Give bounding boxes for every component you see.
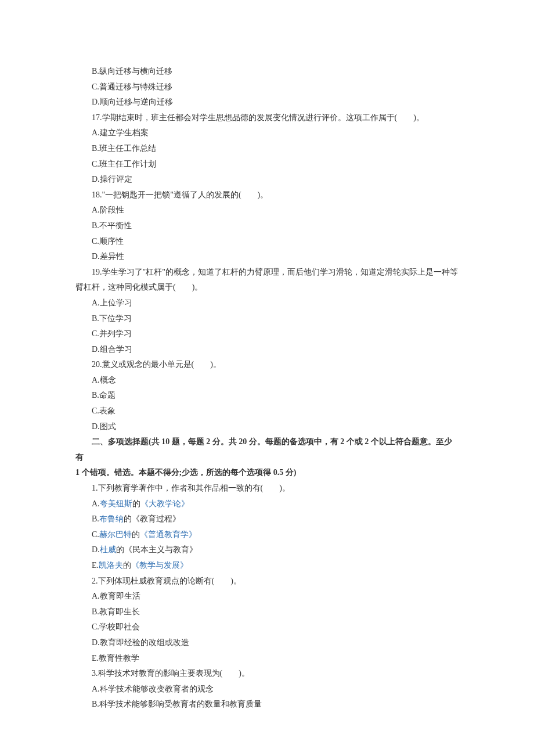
section2-title-line2: 1 个错项。错选。本题不得分;少选，所选的每个选项得 0.5 分) [75, 465, 459, 481]
m2-option-b: B.教育即生长 [75, 604, 459, 620]
page-content: B.纵向迁移与横向迁移 C.普通迁移与特殊迁移 D.顺向迁移与逆向迁移 17.学… [0, 0, 534, 756]
q17-stem: 17.学期结束时，班主任都会对学生思想品德的发展变化情况进行评价。这项工作属于(… [75, 110, 459, 126]
q18-stem: 18."一把钥匙开一把锁"遵循了人的发展的( )。 [75, 188, 459, 203]
q16-option-b: B.纵向迁移与横向迁移 [75, 64, 459, 80]
m1-d-link1[interactable]: 杜威 [100, 545, 116, 554]
q20-option-d: D.图式 [75, 419, 459, 435]
m1-a-prefix: A. [92, 499, 100, 508]
m1-b-mid: 的《教育过程》 [124, 514, 181, 523]
q20-option-a: A.概念 [75, 373, 459, 388]
m1-c-link2[interactable]: 《普通教育学》 [140, 530, 197, 539]
q19-option-c: C.并列学习 [75, 326, 459, 342]
m1-c-link1[interactable]: 赫尔巴特 [99, 530, 132, 539]
q18-option-b: B.不平衡性 [75, 218, 459, 234]
m1-stem: 1.下列教育学著作中，作者和其作品相一致的有( )。 [75, 481, 459, 496]
m1-e-link2[interactable]: 《教学与发展》 [131, 561, 188, 570]
m1-b-prefix: B. [92, 514, 99, 523]
m3-stem: 3.科学技术对教育的影响主要表现为( )。 [75, 666, 459, 682]
q16-option-d: D.顺向迁移与逆向迁移 [75, 95, 459, 110]
m1-c-prefix: C. [92, 530, 99, 539]
m1-d-prefix: D. [92, 545, 100, 554]
q20-option-b: B.命题 [75, 388, 459, 404]
section2-title-line1: 二、多项选择题(共 10 题，每题 2 分。共 20 分。每题的备选项中，有 2… [75, 434, 459, 465]
q19-option-a: A.上位学习 [75, 296, 459, 311]
m2-option-d: D.教育即经验的改组或改造 [75, 635, 459, 651]
m1-e-link1[interactable]: 凯洛夫 [99, 561, 123, 570]
q19-stem-line1: 19.学生学习了"杠杆"的概念，知道了杠杆的力臂原理，而后他们学习滑轮，知道定滑… [75, 265, 459, 280]
q17-option-b: B.班主任工作总结 [75, 141, 459, 157]
m1-option-a: A.夸美纽斯的《大教学论》 [75, 496, 459, 512]
m3-option-a: A.科学技术能够改变教育者的观念 [75, 682, 459, 697]
m1-a-link1[interactable]: 夸美纽斯 [100, 499, 132, 508]
m1-b-link1[interactable]: 布鲁纳 [99, 514, 124, 523]
q18-option-d: D.差异性 [75, 249, 459, 265]
m1-c-mid: 的 [132, 530, 140, 539]
q19-option-d: D.组合学习 [75, 342, 459, 358]
q17-option-d: D.操行评定 [75, 172, 459, 188]
q17-option-a: A.建立学生档案 [75, 125, 459, 141]
m1-d-mid: 的《民本主义与教育》 [116, 545, 197, 554]
m1-option-d: D.杜威的《民本主义与教育》 [75, 542, 459, 558]
m1-option-e: E.凯洛夫的《教学与发展》 [75, 558, 459, 574]
q18-option-a: A.阶段性 [75, 203, 459, 218]
q19-stem-line2: 臂杠杆，这种同化模式属于( )。 [75, 280, 459, 296]
m2-option-a: A.教育即生活 [75, 589, 459, 604]
q20-stem: 20.意义或观念的最小单元是( )。 [75, 357, 459, 373]
m2-option-c: C.学校即社会 [75, 620, 459, 635]
m2-option-e: E.教育性教学 [75, 651, 459, 667]
q17-option-c: C.班主任工作计划 [75, 157, 459, 172]
m2-stem: 2.下列体现杜威教育观点的论断有( )。 [75, 574, 459, 589]
m1-option-b: B.布鲁纳的《教育过程》 [75, 512, 459, 527]
q20-option-c: C.表象 [75, 404, 459, 419]
m1-option-c: C.赫尔巴特的《普通教育学》 [75, 527, 459, 543]
m1-e-mid: 的 [123, 561, 131, 570]
q16-option-c: C.普通迁移与特殊迁移 [75, 80, 459, 95]
q18-option-c: C.顺序性 [75, 234, 459, 250]
m1-e-prefix: E. [92, 561, 99, 570]
m3-option-b: B.科学技术能够影响受教育者的数量和教育质量 [75, 697, 459, 712]
m1-a-link2[interactable]: 《大教学论》 [140, 499, 189, 508]
q19-option-b: B.下位学习 [75, 311, 459, 327]
m1-a-mid: 的 [132, 499, 140, 508]
